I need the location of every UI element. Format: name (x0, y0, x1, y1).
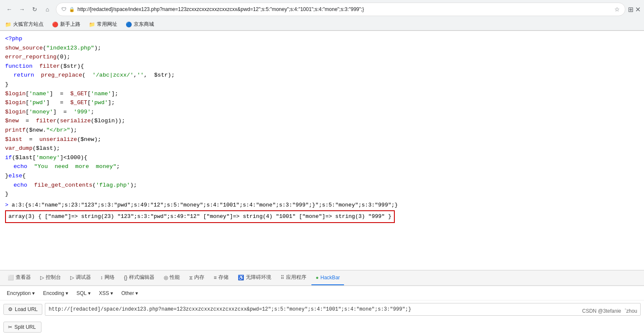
xss-arrow-icon: ▾ (110, 290, 113, 296)
other-label: Other (121, 290, 134, 296)
reload-button[interactable]: ↻ (29, 3, 41, 15)
style-editor-icon: {} (124, 275, 127, 281)
code-line-10: $new = filter(serialize($login)); (5, 116, 639, 126)
bookmark-newuser-icon: 🔴 (52, 22, 58, 28)
menu-encoding[interactable]: Encoding ▾ (40, 289, 72, 297)
code-line-17: echo file_get_contents('flag.php'); (14, 181, 639, 190)
menu-xss[interactable]: XSS ▾ (96, 289, 116, 297)
url-display: http://[redacted]/space/index123.php?nam… (77, 6, 612, 12)
console-icon: ▷ (40, 275, 44, 281)
tab-memory[interactable]: ⧖ 内存 (185, 270, 209, 285)
bookmark-firefox-label: 火狐官方站点 (13, 21, 44, 28)
address-bar-container[interactable]: 🛡 🔒 http://[redacted]/space/index123.php… (56, 3, 625, 16)
sql-arrow-icon: ▾ (88, 290, 91, 296)
tab-inspector[interactable]: ⬜ 查看器 (3, 270, 35, 285)
debugger-label: 调试器 (76, 274, 91, 281)
performance-label: 性能 (170, 274, 180, 281)
bookmark-common-icon: 📁 (89, 22, 95, 28)
bookmark-newuser[interactable]: 🔴 新手上路 (50, 20, 82, 29)
code-line-15: echo "You need more money"; (14, 162, 639, 171)
bookmark-firefox-icon: 📁 (5, 22, 11, 28)
nav-buttons: ← → ↻ ⌂ (3, 3, 53, 15)
menu-sql[interactable]: SQL ▾ (73, 289, 94, 297)
inspector-icon: ⬜ (8, 275, 14, 281)
encoding-label: Encoding (43, 290, 64, 296)
extension-icon-1[interactable]: ⊞ (628, 6, 633, 14)
hackbar-tab-label: HackBar (320, 275, 340, 281)
output-line-1: > a:3:{s:4:"name";s:23:"123";s:3:"pwd";s… (5, 201, 639, 210)
application-icon: ⠿ (281, 275, 284, 281)
code-line-1: <?php (5, 34, 639, 44)
memory-label: 内存 (194, 274, 204, 281)
page-area: <?php show_source("index123.php"); error… (0, 31, 644, 270)
security-lock-icon: 🔒 (69, 7, 75, 12)
code-line-12: $last = unserialize($new); (5, 135, 639, 144)
url-input[interactable] (45, 303, 641, 316)
hackbar-split-row: ✂ Split URL (0, 318, 644, 336)
network-icon: ↕ (100, 275, 103, 281)
xss-label: XSS (99, 290, 109, 296)
code-line-2: show_source("index123.php"); (5, 44, 639, 53)
tab-network[interactable]: ↕ 网络 (96, 270, 119, 285)
split-url-button[interactable]: ✂ Split URL (3, 322, 41, 333)
bookmark-firefox[interactable]: 📁 火狐官方站点 (3, 20, 45, 29)
load-url-button[interactable]: ⚙ Load URL (3, 304, 42, 315)
code-line-3: error_reporting(0); (5, 52, 639, 62)
code-line-6: } (5, 80, 639, 89)
other-arrow-icon: ▾ (135, 290, 138, 296)
split-url-icon: ✂ (8, 324, 12, 330)
security-shield-icon: 🛡 (61, 6, 66, 12)
bookmark-star-icon[interactable]: ☆ (614, 6, 620, 13)
tab-accessibility[interactable]: ♿ 无障碍环境 (234, 270, 275, 285)
inspector-label: 查看器 (16, 274, 31, 281)
tab-storage[interactable]: ≡ 存储 (209, 270, 233, 285)
browser-chrome: ← → ↻ ⌂ 🛡 🔒 http://[redacted]/space/inde… (0, 0, 644, 31)
output-line-2-wrapper: array(3) { ["name"]=> string(23) "123";s… (5, 210, 395, 223)
code-line-18: } (5, 190, 639, 199)
bookmark-jd[interactable]: 🔵 京东商城 (124, 20, 156, 29)
browser-toolbar: ← → ↻ ⌂ 🛡 🔒 http://[redacted]/space/inde… (0, 0, 644, 19)
tab-style-editor[interactable]: {} 样式编辑器 (120, 270, 159, 285)
forward-button[interactable]: → (16, 3, 28, 15)
code-line-16: }else{ (5, 171, 639, 181)
hackbar-dot-icon: ● (316, 275, 319, 281)
accessibility-label: 无障碍环境 (246, 274, 271, 281)
encryption-arrow-icon: ▾ (32, 290, 35, 296)
bookmark-jd-icon: 🔵 (126, 22, 132, 28)
load-url-label: Load URL (15, 306, 38, 312)
split-url-label: Split URL (14, 324, 36, 330)
storage-icon: ≡ (214, 275, 217, 281)
home-button[interactable]: ⌂ (41, 3, 53, 15)
code-line-5: return preg_replace( '/abc|zcxx/','', $s… (14, 71, 639, 80)
menu-other[interactable]: Other ▾ (118, 289, 141, 297)
main-content: <?php show_source("index123.php"); error… (0, 31, 644, 336)
tab-performance[interactable]: ◎ 性能 (160, 270, 184, 285)
bookmark-common-label: 常用网址 (97, 21, 117, 28)
memory-icon: ⧖ (189, 275, 193, 281)
hackbar-menu-bar: Encryption ▾ Encoding ▾ SQL ▾ XSS ▾ Othe… (0, 286, 644, 300)
extension-icon-2[interactable]: ✕ (635, 6, 641, 14)
menu-encryption[interactable]: Encryption ▾ (3, 289, 38, 297)
devtools-panel: ⬜ 查看器 ▷ 控制台 ▷ 调试器 ↕ 网络 {} 样式编辑器 ◎ 性能 (0, 270, 644, 336)
debugger-icon: ▷ (70, 275, 74, 281)
code-line-14: if($last['money']<1000){ (5, 153, 639, 162)
bookmarks-bar: 📁 火狐官方站点 🔴 新手上路 📁 常用网址 🔵 京东商城 (0, 19, 644, 30)
extension-icons: ⊞ ✕ (628, 6, 641, 14)
console-label: 控制台 (46, 274, 61, 281)
performance-icon: ◎ (164, 275, 168, 281)
encryption-label: Encryption (7, 290, 31, 296)
tab-hackbar[interactable]: ● HackBar (311, 270, 344, 285)
tab-console[interactable]: ▷ 控制台 (36, 270, 65, 285)
bookmark-common[interactable]: 📁 常用网址 (87, 20, 119, 29)
network-label: 网络 (105, 274, 115, 281)
code-line-9: $login['money'] = '999'; (5, 107, 639, 117)
back-button[interactable]: ← (3, 3, 15, 15)
code-line-7: $login['name'] = $_GET['name']; (5, 89, 639, 99)
storage-label: 存储 (218, 274, 228, 281)
application-label: 应用程序 (286, 274, 306, 281)
load-url-icon: ⚙ (8, 306, 13, 312)
csdn-credit: CSDN @3tefanie゜zhou (582, 308, 637, 315)
tab-debugger[interactable]: ▷ 调试器 (66, 270, 95, 285)
hackbar-url-row: ⚙ Load URL CSDN @3tefanie゜zhou (0, 300, 644, 318)
tab-application[interactable]: ⠿ 应用程序 (276, 270, 311, 285)
